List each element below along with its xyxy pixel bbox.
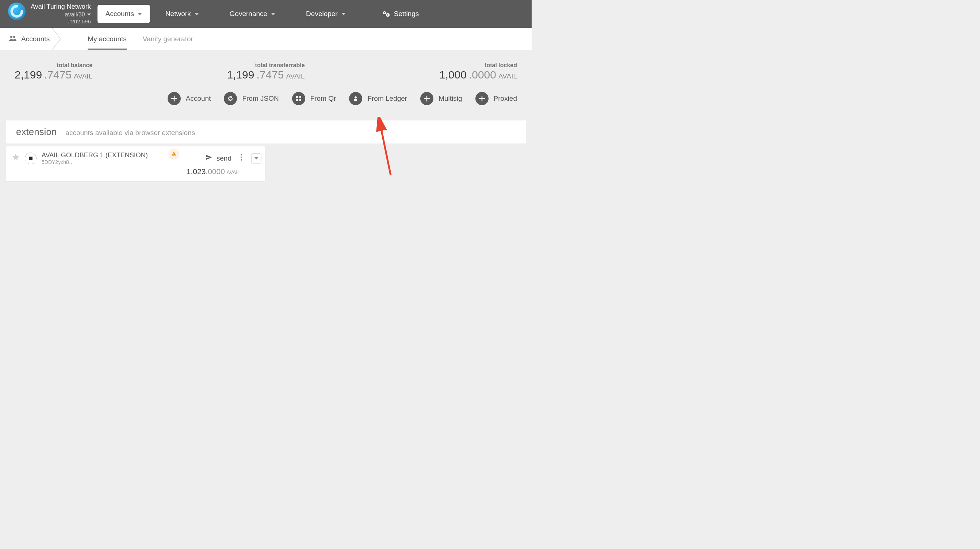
stat-unit: AVAIL — [498, 72, 517, 80]
from-qr-button[interactable]: From Qr — [292, 92, 336, 105]
stat-int: 1,000 — [439, 68, 467, 81]
svg-rect-8 — [296, 99, 298, 101]
chevron-down-icon — [87, 13, 91, 16]
nav-network[interactable]: Network — [158, 5, 207, 23]
svg-point-3 — [387, 14, 388, 16]
settings-label: Settings — [394, 10, 419, 18]
stat-label: total transferrable — [255, 62, 305, 68]
network-selector[interactable]: Avail Turing Network avail/30 #202,596 — [8, 3, 91, 25]
action-label: Multisig — [439, 94, 462, 103]
balance-unit: AVAIL — [226, 169, 240, 175]
stat-dec: .0000 — [469, 68, 496, 81]
nav-settings[interactable]: Settings — [382, 10, 419, 18]
from-json-button[interactable]: From JSON — [224, 92, 278, 105]
breadcrumb-chevron-icon — [51, 28, 66, 50]
address-format: avail/30 — [65, 11, 85, 18]
tab-vanity-generator[interactable]: Vanity generator — [143, 29, 193, 49]
stat-label: total balance — [57, 62, 92, 68]
sub-tabs: My accounts Vanity generator — [88, 29, 193, 49]
nav-governance[interactable]: Governance — [222, 5, 284, 23]
users-icon — [9, 35, 17, 43]
stat-unit: AVAIL — [74, 72, 92, 80]
stat-unit: AVAIL — [286, 72, 305, 80]
svg-point-15 — [240, 157, 242, 158]
account-balance: 1,023.0000 AVAIL — [12, 165, 261, 176]
chevron-down-icon — [341, 13, 346, 15]
send-button[interactable]: send — [205, 154, 231, 162]
sub-navbar: Accounts My accounts Vanity generator — [0, 28, 531, 50]
account-name-block[interactable]: AVAIL GOLDBERG 1 (EXTENSION) 5DDY2yzh8… — [41, 151, 148, 165]
kebab-menu-icon[interactable] — [240, 154, 242, 163]
action-label: From Qr — [310, 94, 336, 103]
balance-int: 1,023 — [186, 167, 206, 175]
breadcrumb[interactable]: Accounts — [0, 28, 59, 50]
stat-total-locked: total locked 1,000.0000 AVAIL — [439, 62, 517, 81]
stat-int: 1,199 — [227, 68, 254, 81]
svg-point-14 — [240, 154, 242, 156]
svg-rect-7 — [299, 96, 301, 98]
section-header-extension: extension accounts available via browser… — [6, 121, 526, 143]
plus-icon — [168, 92, 181, 105]
identicon-icon[interactable] — [25, 153, 37, 164]
section-desc: accounts available via browser extension… — [65, 129, 195, 137]
chain-logo — [8, 3, 25, 20]
stat-dec: .7475 — [44, 68, 72, 81]
chevron-down-icon — [195, 13, 199, 15]
svg-rect-11 — [354, 99, 357, 101]
plus-icon — [420, 92, 433, 105]
add-account-button[interactable]: Account — [168, 92, 211, 105]
favorite-star-icon[interactable] — [12, 153, 20, 164]
svg-point-10 — [355, 96, 357, 99]
svg-rect-12 — [173, 153, 174, 154]
main-nav: Accounts Network Governance Developer — [97, 5, 354, 23]
plus-icon — [476, 92, 488, 105]
gear-icon — [382, 11, 390, 17]
proxied-button[interactable]: Proxied — [476, 92, 517, 105]
send-label: send — [216, 154, 231, 162]
account-address-short: 5DDY2yzh8… — [41, 159, 148, 165]
balance-dec: .0000 — [205, 167, 225, 175]
nav-label: Network — [165, 10, 191, 18]
account-row: AVAIL GOLDBERG 1 (EXTENSION) 5DDY2yzh8… … — [6, 146, 265, 181]
svg-point-4 — [10, 36, 13, 38]
svg-point-1 — [384, 13, 385, 13]
stat-dec: .7475 — [256, 68, 284, 81]
action-label: Proxied — [494, 94, 517, 103]
multisig-button[interactable]: Multisig — [420, 92, 462, 105]
tab-my-accounts[interactable]: My accounts — [88, 29, 127, 49]
stat-int: 2,199 — [14, 68, 42, 81]
action-label: Account — [186, 94, 211, 103]
nav-accounts[interactable]: Accounts — [97, 5, 150, 23]
nav-label: Developer — [306, 10, 338, 18]
action-label: From JSON — [242, 94, 278, 103]
account-name: AVAIL GOLDBERG 1 (EXTENSION) — [41, 151, 148, 159]
stat-total-balance: total balance 2,199.7475 AVAIL — [14, 62, 92, 81]
top-navbar: Avail Turing Network avail/30 #202,596 A… — [0, 0, 531, 28]
from-ledger-button[interactable]: From Ledger — [349, 92, 407, 105]
stat-label: total locked — [485, 62, 517, 68]
chevron-down-icon — [138, 13, 142, 15]
svg-rect-9 — [299, 99, 301, 101]
breadcrumb-label: Accounts — [21, 35, 50, 43]
ledger-icon — [349, 92, 362, 105]
paper-plane-icon — [205, 154, 212, 162]
chevron-down-icon — [271, 13, 275, 15]
action-label: From Ledger — [368, 94, 407, 103]
network-name: Avail Turing Network — [31, 3, 91, 11]
qr-icon — [292, 92, 305, 105]
stat-total-transferrable: total transferrable 1,199.7475 AVAIL — [227, 62, 304, 81]
nav-label: Governance — [230, 10, 268, 18]
svg-point-5 — [13, 36, 15, 38]
chevron-down-icon — [254, 157, 259, 159]
refresh-icon — [224, 92, 237, 105]
svg-rect-6 — [296, 96, 298, 98]
balance-summary: total balance 2,199.7475 AVAIL total tra… — [0, 50, 531, 91]
nav-developer[interactable]: Developer — [298, 5, 354, 23]
section-title: extension — [16, 126, 57, 138]
svg-rect-13 — [173, 155, 174, 155]
block-number: #202,596 — [68, 18, 91, 25]
account-actions: Account From JSON From Qr From Ledger Mu… — [0, 91, 531, 115]
nav-label: Accounts — [105, 10, 134, 18]
warning-badge-icon[interactable] — [169, 148, 179, 159]
expand-toggle[interactable] — [251, 153, 261, 164]
